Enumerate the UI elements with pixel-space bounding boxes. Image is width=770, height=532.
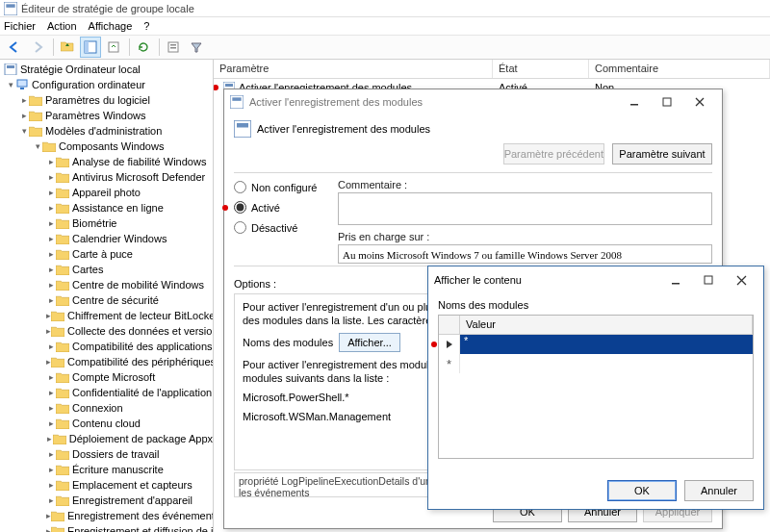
ok-button[interactable]: OK: [607, 480, 677, 501]
tree-item[interactable]: ▸Connexion: [2, 400, 213, 416]
maximize-button[interactable]: [651, 91, 683, 113]
svg-rect-14: [672, 283, 680, 285]
col-comment[interactable]: Commentaire: [589, 60, 770, 78]
expander-icon[interactable]: ▸: [46, 403, 56, 413]
next-setting-button[interactable]: Paramètre suivant: [612, 143, 712, 165]
expander-icon[interactable]: ▸: [46, 342, 56, 351]
expander-icon[interactable]: ▸: [19, 95, 29, 105]
expander-icon[interactable]: ▸: [46, 157, 56, 166]
svg-rect-11: [170, 47, 176, 49]
nav-tree[interactable]: Stratégie Ordinateur local ▾Configuratio…: [0, 60, 214, 532]
tree-config[interactable]: Configuration ordinateur: [32, 79, 145, 90]
tree-item[interactable]: ▸Carte à puce: [2, 246, 213, 262]
tree-item[interactable]: ▸Centre de mobilité Windows: [2, 277, 213, 292]
tree-item[interactable]: ▸Antivirus Microsoft Defender: [2, 169, 213, 185]
tree-item[interactable]: ▸Chiffrement de lecteur BitLocker: [2, 308, 213, 323]
tree-item[interactable]: ▸Contenu cloud: [2, 416, 213, 431]
cancel-button[interactable]: Annuler: [684, 480, 754, 501]
menu-view[interactable]: Affichage: [89, 20, 133, 32]
show-button[interactable]: Afficher...: [339, 333, 400, 352]
radio-disabled[interactable]: Désactivé: [234, 221, 338, 234]
tree-comp[interactable]: Composants Windows: [59, 140, 164, 152]
tree-win[interactable]: Paramètres Windows: [45, 110, 146, 121]
tree-item[interactable]: ▸Assistance en ligne: [2, 200, 213, 215]
values-grid[interactable]: Valeur * *: [438, 315, 754, 459]
tree-item[interactable]: ▸Centre de sécurité: [2, 292, 213, 308]
radio-enabled[interactable]: Activé: [234, 201, 338, 214]
tree-item[interactable]: ▸Confidentialité de l'application: [2, 385, 213, 400]
menu-action[interactable]: Action: [47, 20, 77, 32]
expander-icon[interactable]: ▸: [46, 249, 56, 259]
tree-item[interactable]: ▸Enregistrement d'appareil: [2, 493, 213, 508]
expander-icon[interactable]: ▾: [19, 126, 29, 136]
forward-button[interactable]: [27, 37, 48, 58]
prev-setting-button[interactable]: Paramètre précédent: [503, 143, 604, 165]
col-param[interactable]: Paramètre: [214, 60, 493, 78]
cell-value[interactable]: *: [460, 335, 468, 346]
dialog-titlebar[interactable]: Afficher le contenu: [428, 266, 763, 293]
toggle-tree-button[interactable]: [80, 37, 101, 58]
comment-textarea[interactable]: [338, 192, 712, 225]
expander-icon[interactable]: ▸: [46, 388, 56, 397]
expander-icon[interactable]: ▸: [46, 172, 56, 182]
expander-icon[interactable]: ▸: [46, 295, 56, 305]
tree-item[interactable]: ▸Appareil photo: [2, 185, 213, 200]
grid-row-new[interactable]: *: [439, 354, 753, 373]
expander-icon[interactable]: ▸: [46, 234, 56, 243]
tree-item[interactable]: ▸Cartes: [2, 262, 213, 277]
maximize-button[interactable]: [692, 269, 725, 291]
expander-icon[interactable]: ▾: [33, 141, 42, 151]
tree-root[interactable]: Stratégie Ordinateur local: [20, 63, 141, 75]
pane-icon: [84, 40, 97, 54]
minimize-button[interactable]: [659, 269, 692, 291]
tree-soft[interactable]: Paramètres du logiciel: [45, 94, 150, 106]
expander-icon[interactable]: ▸: [19, 111, 29, 120]
tree-item[interactable]: ▸Compte Microsoft: [2, 369, 213, 385]
col-value[interactable]: Valeur: [460, 316, 753, 334]
refresh-button[interactable]: [133, 37, 154, 58]
tree-item[interactable]: ▸Compatibilité des applications: [2, 339, 213, 354]
tree-item[interactable]: ▸Calendrier Windows: [2, 231, 213, 246]
expander-icon[interactable]: ▾: [6, 80, 15, 89]
expander-icon[interactable]: ▸: [46, 218, 56, 228]
expander-icon[interactable]: ▸: [46, 449, 56, 459]
radio-notconfigured[interactable]: Non configuré: [234, 181, 338, 193]
up-button[interactable]: [57, 37, 78, 58]
tree-admin[interactable]: Modèles d'administration: [45, 125, 162, 137]
close-button[interactable]: [683, 91, 716, 113]
col-state[interactable]: État: [493, 60, 589, 78]
menu-help[interactable]: ?: [143, 20, 149, 32]
expander-icon[interactable]: ▸: [46, 495, 56, 505]
tree-item[interactable]: ▸Dossiers de travail: [2, 446, 213, 462]
tree-item[interactable]: ▸Déploiement de package Appx: [2, 431, 213, 446]
expander-icon[interactable]: ▸: [46, 280, 56, 290]
tree-item[interactable]: ▸Écriture manuscrite: [2, 462, 213, 477]
grid-row[interactable]: *: [439, 335, 753, 354]
tree-item[interactable]: ▸Compatibilité des périphériques et de: [2, 354, 213, 369]
tree-item[interactable]: ▸Enregistrement des événements: [2, 508, 213, 523]
tree-item[interactable]: ▸Emplacement et capteurs: [2, 477, 213, 493]
expander-icon[interactable]: ▸: [46, 465, 56, 474]
expander-icon[interactable]: ▸: [46, 188, 56, 197]
tree-item[interactable]: ▸Collecte des données et versions d'éva: [2, 323, 213, 339]
minimize-button[interactable]: [618, 91, 651, 113]
expander-icon[interactable]: ▸: [46, 372, 56, 382]
close-button[interactable]: [725, 269, 757, 291]
expander-icon[interactable]: ▸: [46, 480, 56, 490]
properties-button[interactable]: [163, 37, 184, 58]
filter-button[interactable]: [186, 37, 207, 58]
tree-item[interactable]: ▸Biométrie: [2, 215, 213, 231]
label-comment: Commentaire :: [338, 179, 712, 190]
tree-item[interactable]: ▸Analyse de fiabilité Windows: [2, 154, 213, 169]
expander-icon[interactable]: ▸: [46, 418, 56, 428]
dialog-titlebar[interactable]: Activer l'enregistrement des modules: [224, 89, 722, 114]
expander-icon[interactable]: ▸: [46, 203, 56, 213]
tree-item[interactable]: ▸Enregistrement et diffusion de jeux W: [2, 523, 213, 532]
close-icon: [695, 97, 705, 107]
expander-icon[interactable]: ▸: [46, 434, 53, 443]
list-header: Paramètre État Commentaire: [214, 60, 770, 79]
menu-file[interactable]: Fichier: [4, 20, 36, 32]
back-button[interactable]: [4, 37, 25, 58]
export-button[interactable]: [103, 37, 124, 58]
expander-icon[interactable]: ▸: [46, 265, 56, 274]
